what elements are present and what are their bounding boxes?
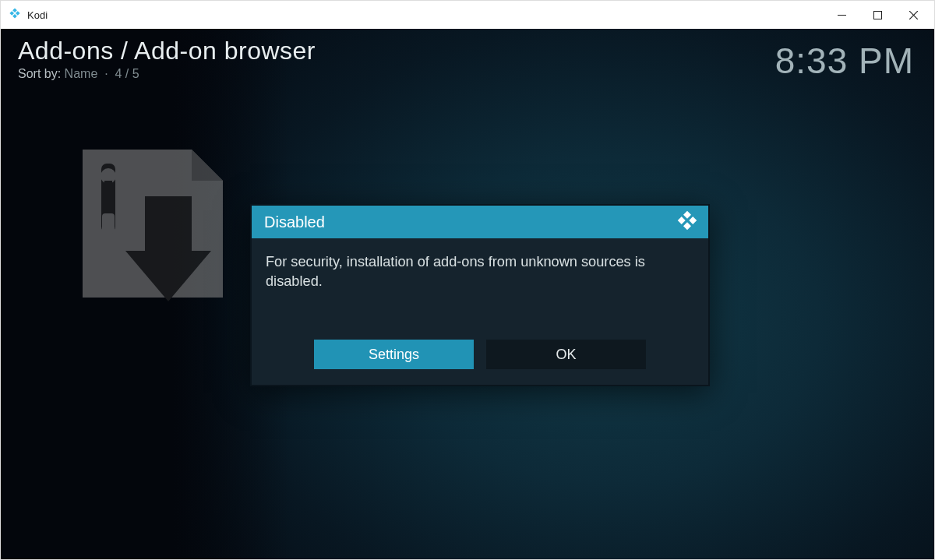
app-window: Kodi Add-ons / Add-on browser Sort by: N… — [0, 0, 935, 560]
titlebar-left: Kodi — [9, 7, 48, 23]
zip-install-icon — [75, 142, 231, 305]
close-button[interactable] — [895, 2, 931, 27]
app-title: Kodi — [27, 9, 48, 21]
svg-rect-9 — [104, 196, 112, 201]
svg-rect-11 — [102, 213, 115, 234]
svg-rect-14 — [678, 217, 686, 224]
breadcrumb: Add-ons / Add-on browser — [18, 37, 316, 65]
svg-rect-0 — [12, 8, 17, 12]
svg-rect-10 — [104, 204, 112, 209]
minimize-button[interactable] — [824, 2, 859, 27]
kodi-logo-icon — [677, 210, 697, 234]
kodi-logo-icon — [9, 7, 21, 23]
settings-button[interactable]: Settings — [314, 340, 474, 369]
sort-label: Sort by: — [18, 67, 61, 80]
header-area: Add-ons / Add-on browser Sort by: Name ·… — [18, 37, 316, 81]
svg-rect-15 — [683, 222, 691, 230]
divider-dot: · — [101, 67, 115, 80]
dialog-buttons: Settings OK — [252, 340, 708, 385]
svg-rect-12 — [683, 211, 691, 219]
titlebar[interactable]: Kodi — [1, 1, 934, 29]
svg-rect-7 — [104, 181, 112, 185]
content-area: Add-ons / Add-on browser Sort by: Name ·… — [1, 29, 934, 559]
maximize-button[interactable] — [859, 2, 895, 27]
dialog-message: For security, installation of add-ons fr… — [252, 238, 708, 340]
sub-line: Sort by: Name · 4 / 5 — [18, 67, 316, 81]
dialog-title: Disabled — [264, 213, 325, 231]
svg-rect-3 — [12, 14, 17, 19]
svg-rect-1 — [16, 11, 20, 16]
window-controls — [824, 2, 931, 27]
svg-rect-8 — [104, 188, 112, 193]
list-position: 4 / 5 — [115, 67, 139, 80]
svg-rect-2 — [9, 11, 14, 16]
sort-value: Name — [65, 67, 98, 80]
dialog: Disabled For security, installation of a… — [250, 204, 710, 386]
clock: 8:33 PM — [775, 40, 914, 82]
svg-rect-4 — [873, 11, 881, 19]
svg-rect-13 — [689, 217, 697, 224]
dialog-header: Disabled — [252, 206, 708, 238]
ok-button[interactable]: OK — [486, 340, 646, 369]
